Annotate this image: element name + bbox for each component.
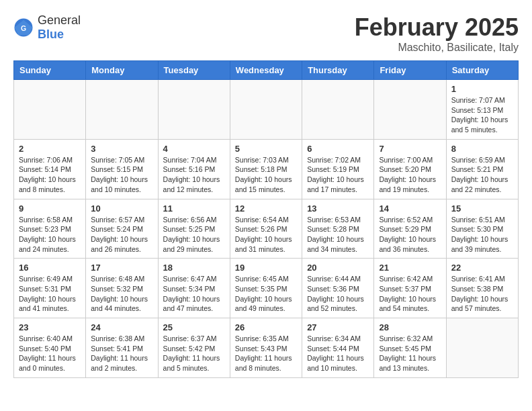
calendar-cell bbox=[14, 80, 86, 140]
calendar-week-1: 1Sunrise: 7:07 AMSunset: 5:13 PMDaylight… bbox=[14, 80, 519, 140]
day-number: 15 bbox=[451, 203, 513, 214]
day-info: Sunrise: 6:53 AMSunset: 5:28 PMDaylight:… bbox=[307, 215, 369, 255]
day-number: 6 bbox=[307, 144, 369, 154]
day-info: Sunrise: 7:00 AMSunset: 5:20 PMDaylight:… bbox=[379, 155, 441, 195]
calendar-cell: 5Sunrise: 7:03 AMSunset: 5:18 PMDaylight… bbox=[230, 139, 302, 199]
day-info: Sunrise: 7:06 AMSunset: 5:14 PMDaylight:… bbox=[19, 155, 81, 195]
day-info: Sunrise: 6:37 AMSunset: 5:42 PMDaylight:… bbox=[163, 334, 225, 373]
day-info: Sunrise: 6:35 AMSunset: 5:43 PMDaylight:… bbox=[235, 334, 297, 373]
day-number: 27 bbox=[307, 322, 369, 332]
weekday-header-sunday: Sunday bbox=[14, 61, 86, 80]
page-header: G General Blue February 2025 Maschito, B… bbox=[13, 13, 519, 54]
calendar-cell: 11Sunrise: 6:56 AMSunset: 5:25 PMDayligh… bbox=[158, 199, 230, 259]
day-number: 25 bbox=[163, 322, 225, 332]
day-info: Sunrise: 6:34 AMSunset: 5:44 PMDaylight:… bbox=[307, 334, 369, 373]
calendar-cell: 6Sunrise: 7:02 AMSunset: 5:19 PMDaylight… bbox=[302, 139, 374, 199]
day-info: Sunrise: 6:38 AMSunset: 5:41 PMDaylight:… bbox=[91, 334, 152, 373]
calendar-title: February 2025 bbox=[355, 13, 519, 42]
day-number: 1 bbox=[451, 84, 513, 94]
title-block: February 2025 Maschito, Basilicate, Ital… bbox=[355, 13, 519, 54]
day-number: 3 bbox=[91, 144, 152, 154]
calendar-cell: 15Sunrise: 6:51 AMSunset: 5:30 PMDayligh… bbox=[446, 199, 518, 259]
weekday-header-saturday: Saturday bbox=[446, 61, 518, 80]
day-info: Sunrise: 7:02 AMSunset: 5:19 PMDaylight:… bbox=[307, 155, 369, 195]
weekday-header-tuesday: Tuesday bbox=[158, 61, 230, 80]
calendar-cell: 10Sunrise: 6:57 AMSunset: 5:24 PMDayligh… bbox=[86, 199, 158, 259]
weekday-header-friday: Friday bbox=[374, 61, 446, 80]
calendar-cell: 2Sunrise: 7:06 AMSunset: 5:14 PMDaylight… bbox=[14, 139, 86, 199]
calendar-cell: 7Sunrise: 7:00 AMSunset: 5:20 PMDaylight… bbox=[374, 139, 446, 199]
logo-icon: G bbox=[13, 17, 34, 38]
calendar-cell: 22Sunrise: 6:41 AMSunset: 5:38 PMDayligh… bbox=[446, 259, 518, 318]
day-number: 9 bbox=[19, 203, 81, 214]
day-info: Sunrise: 6:58 AMSunset: 5:23 PMDaylight:… bbox=[19, 215, 81, 255]
day-number: 10 bbox=[91, 203, 152, 214]
calendar-cell: 13Sunrise: 6:53 AMSunset: 5:28 PMDayligh… bbox=[302, 199, 374, 259]
calendar-week-3: 9Sunrise: 6:58 AMSunset: 5:23 PMDaylight… bbox=[14, 199, 519, 259]
day-number: 16 bbox=[19, 263, 81, 273]
calendar-week-4: 16Sunrise: 6:49 AMSunset: 5:31 PMDayligh… bbox=[14, 259, 519, 318]
day-info: Sunrise: 6:44 AMSunset: 5:36 PMDaylight:… bbox=[307, 274, 369, 314]
calendar-cell: 25Sunrise: 6:37 AMSunset: 5:42 PMDayligh… bbox=[158, 318, 230, 378]
day-number: 20 bbox=[307, 263, 369, 273]
day-info: Sunrise: 7:04 AMSunset: 5:16 PMDaylight:… bbox=[163, 155, 225, 195]
calendar-cell: 24Sunrise: 6:38 AMSunset: 5:41 PMDayligh… bbox=[86, 318, 158, 378]
calendar-cell bbox=[446, 318, 518, 378]
day-info: Sunrise: 7:03 AMSunset: 5:18 PMDaylight:… bbox=[235, 155, 297, 195]
calendar-cell: 12Sunrise: 6:54 AMSunset: 5:26 PMDayligh… bbox=[230, 199, 302, 259]
day-info: Sunrise: 7:05 AMSunset: 5:15 PMDaylight:… bbox=[91, 155, 152, 195]
day-number: 4 bbox=[163, 144, 225, 154]
day-info: Sunrise: 6:32 AMSunset: 5:45 PMDaylight:… bbox=[379, 334, 441, 373]
day-info: Sunrise: 7:07 AMSunset: 5:13 PMDaylight:… bbox=[451, 95, 513, 135]
calendar-cell bbox=[86, 80, 158, 140]
calendar-cell bbox=[230, 80, 302, 140]
calendar-subtitle: Maschito, Basilicate, Italy bbox=[355, 42, 519, 54]
weekday-header-monday: Monday bbox=[86, 61, 158, 80]
calendar-cell: 23Sunrise: 6:40 AMSunset: 5:40 PMDayligh… bbox=[14, 318, 86, 378]
calendar-cell: 18Sunrise: 6:47 AMSunset: 5:34 PMDayligh… bbox=[158, 259, 230, 318]
day-number: 14 bbox=[379, 203, 441, 214]
calendar-cell: 21Sunrise: 6:42 AMSunset: 5:37 PMDayligh… bbox=[374, 259, 446, 318]
day-info: Sunrise: 6:57 AMSunset: 5:24 PMDaylight:… bbox=[91, 215, 152, 255]
calendar-cell: 16Sunrise: 6:49 AMSunset: 5:31 PMDayligh… bbox=[14, 259, 86, 318]
calendar-cell bbox=[302, 80, 374, 140]
calendar-cell: 1Sunrise: 7:07 AMSunset: 5:13 PMDaylight… bbox=[446, 80, 518, 140]
day-number: 12 bbox=[235, 203, 297, 214]
day-number: 17 bbox=[91, 263, 152, 273]
day-info: Sunrise: 6:52 AMSunset: 5:29 PMDaylight:… bbox=[379, 215, 441, 255]
day-info: Sunrise: 6:47 AMSunset: 5:34 PMDaylight:… bbox=[163, 274, 225, 314]
day-number: 2 bbox=[19, 144, 81, 154]
day-number: 13 bbox=[307, 203, 369, 214]
logo: G General Blue bbox=[13, 13, 81, 42]
day-number: 26 bbox=[235, 322, 297, 332]
calendar-cell: 4Sunrise: 7:04 AMSunset: 5:16 PMDaylight… bbox=[158, 139, 230, 199]
day-info: Sunrise: 6:41 AMSunset: 5:38 PMDaylight:… bbox=[451, 274, 513, 314]
day-info: Sunrise: 6:42 AMSunset: 5:37 PMDaylight:… bbox=[379, 274, 441, 314]
day-info: Sunrise: 6:40 AMSunset: 5:40 PMDaylight:… bbox=[19, 334, 81, 373]
calendar-cell: 26Sunrise: 6:35 AMSunset: 5:43 PMDayligh… bbox=[230, 318, 302, 378]
day-info: Sunrise: 6:59 AMSunset: 5:21 PMDaylight:… bbox=[451, 155, 513, 195]
day-info: Sunrise: 6:51 AMSunset: 5:30 PMDaylight:… bbox=[451, 215, 513, 255]
calendar-cell: 3Sunrise: 7:05 AMSunset: 5:15 PMDaylight… bbox=[86, 139, 158, 199]
day-number: 23 bbox=[19, 322, 81, 332]
calendar-week-5: 23Sunrise: 6:40 AMSunset: 5:40 PMDayligh… bbox=[14, 318, 519, 378]
day-number: 11 bbox=[163, 203, 225, 214]
calendar-cell: 14Sunrise: 6:52 AMSunset: 5:29 PMDayligh… bbox=[374, 199, 446, 259]
day-number: 22 bbox=[451, 263, 513, 273]
logo-general-text: General bbox=[38, 13, 81, 27]
weekday-header-thursday: Thursday bbox=[302, 61, 374, 80]
day-number: 18 bbox=[163, 263, 225, 273]
day-number: 8 bbox=[451, 144, 513, 154]
calendar-cell: 27Sunrise: 6:34 AMSunset: 5:44 PMDayligh… bbox=[302, 318, 374, 378]
calendar-cell: 19Sunrise: 6:45 AMSunset: 5:35 PMDayligh… bbox=[230, 259, 302, 318]
day-number: 19 bbox=[235, 263, 297, 273]
calendar-cell: 9Sunrise: 6:58 AMSunset: 5:23 PMDaylight… bbox=[14, 199, 86, 259]
calendar-week-2: 2Sunrise: 7:06 AMSunset: 5:14 PMDaylight… bbox=[14, 139, 519, 199]
day-info: Sunrise: 6:48 AMSunset: 5:32 PMDaylight:… bbox=[91, 274, 152, 314]
logo-blue-text: Blue bbox=[38, 28, 64, 41]
day-info: Sunrise: 6:45 AMSunset: 5:35 PMDaylight:… bbox=[235, 274, 297, 314]
calendar-table: SundayMondayTuesdayWednesdayThursdayFrid… bbox=[13, 60, 519, 378]
day-number: 7 bbox=[379, 144, 441, 154]
calendar-cell: 17Sunrise: 6:48 AMSunset: 5:32 PMDayligh… bbox=[86, 259, 158, 318]
day-info: Sunrise: 6:49 AMSunset: 5:31 PMDaylight:… bbox=[19, 274, 81, 314]
